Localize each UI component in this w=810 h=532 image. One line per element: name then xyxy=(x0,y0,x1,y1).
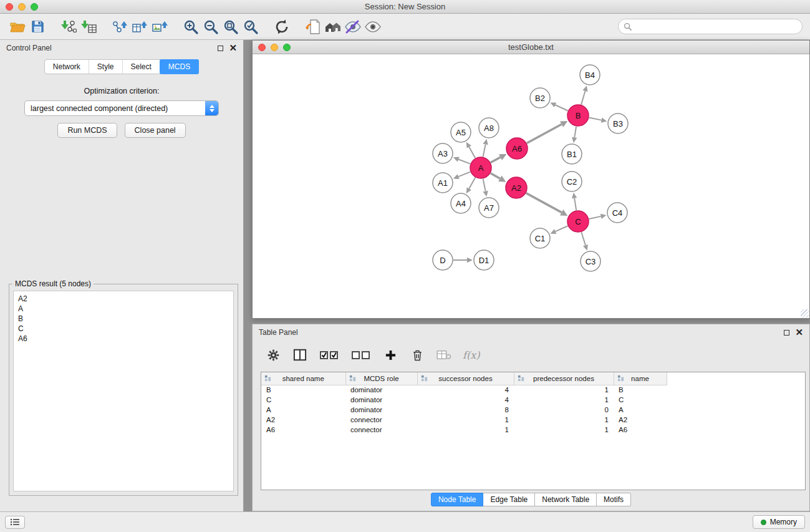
graph-edge[interactable] xyxy=(589,216,601,219)
table-cell[interactable]: 1 xyxy=(514,425,614,435)
float-panel-icon[interactable] xyxy=(218,46,223,51)
table-cell[interactable]: 0 xyxy=(514,405,614,415)
import-network-file-icon[interactable] xyxy=(59,17,79,37)
graph-edge[interactable] xyxy=(574,127,576,138)
window-titlebar[interactable]: Session: New Session xyxy=(0,0,810,14)
open-network-document-icon[interactable] xyxy=(303,17,323,37)
search-field[interactable] xyxy=(618,19,803,34)
deselect-all-icon[interactable] xyxy=(350,347,372,363)
network-overview-icon[interactable] xyxy=(323,17,343,37)
table-cell[interactable]: 4 xyxy=(417,395,514,405)
show-graphics-details-icon[interactable] xyxy=(363,17,383,37)
table-cell[interactable]: 1 xyxy=(514,415,614,425)
column-header-name[interactable]: name xyxy=(614,372,667,385)
table-cell[interactable]: 1 xyxy=(417,415,514,425)
graph-edge[interactable] xyxy=(491,173,500,179)
network-window-titlebar[interactable]: testGlobe.txt xyxy=(253,41,809,54)
table-cell[interactable]: A xyxy=(614,405,667,415)
graph-edge[interactable] xyxy=(458,172,470,177)
run-mcds-button[interactable]: Run MCDS xyxy=(57,123,117,138)
graph-edge[interactable] xyxy=(526,193,562,213)
select-all-icon[interactable] xyxy=(319,347,340,363)
zoom-in-icon[interactable] xyxy=(181,17,201,37)
column-header-predecessor-nodes[interactable]: predecessor nodes xyxy=(514,372,614,385)
table-row[interactable]: Cdominator41C xyxy=(261,395,667,405)
zoom-fit-icon[interactable] xyxy=(221,17,241,37)
close-panel-x-icon[interactable]: ✕ xyxy=(229,45,237,51)
open-session-icon[interactable] xyxy=(7,17,27,37)
table-cell[interactable]: C xyxy=(614,395,667,405)
column-header-shared-name[interactable]: shared name xyxy=(261,372,345,385)
column-header-MCDS-role[interactable]: MCDS role xyxy=(345,372,417,385)
mcds-result-item[interactable]: A2 xyxy=(18,294,229,304)
graph-edge[interactable] xyxy=(574,198,576,211)
graph-edge[interactable] xyxy=(589,118,602,120)
mcds-result-item[interactable]: A xyxy=(18,304,229,314)
mcds-result-item[interactable]: B xyxy=(18,314,229,324)
table-cell[interactable]: dominator xyxy=(345,385,417,395)
table-cell[interactable]: connector xyxy=(345,415,417,425)
table-cell[interactable]: A xyxy=(261,405,345,415)
delete-row-icon[interactable] xyxy=(409,347,425,363)
export-network-icon[interactable] xyxy=(110,17,130,37)
graph-edge[interactable] xyxy=(483,144,486,157)
tab-mcds[interactable]: MCDS xyxy=(160,59,199,74)
graph-edge[interactable] xyxy=(491,157,501,162)
float-table-panel-icon[interactable] xyxy=(784,330,789,336)
import-table-file-icon[interactable] xyxy=(79,17,99,37)
table-cell[interactable]: A6 xyxy=(261,425,345,435)
resize-grip[interactable] xyxy=(801,309,809,317)
table-cell[interactable]: dominator xyxy=(345,405,417,415)
apply-preferred-layout-icon[interactable] xyxy=(272,17,292,37)
add-column-icon[interactable] xyxy=(292,347,308,363)
criterion-dropdown[interactable]: largest connected component (directed) xyxy=(24,100,219,116)
table-cell[interactable]: B xyxy=(614,385,667,395)
table-cell[interactable]: 1 xyxy=(514,395,614,405)
graph-edge[interactable] xyxy=(527,124,562,143)
table-cell[interactable]: 1 xyxy=(514,385,614,395)
graph-edge[interactable] xyxy=(581,91,585,105)
search-input[interactable] xyxy=(635,22,797,31)
graph-edge[interactable] xyxy=(581,232,586,245)
export-image-icon[interactable] xyxy=(150,17,170,37)
table-row[interactable]: Adominator80A xyxy=(261,405,667,415)
graph-edge[interactable] xyxy=(483,179,486,191)
table-cell[interactable]: A6 xyxy=(614,425,667,435)
export-table-icon[interactable] xyxy=(130,17,150,37)
table-cell[interactable]: A2 xyxy=(614,415,667,425)
delete-table-icon[interactable] xyxy=(436,347,452,363)
zoom-out-icon[interactable] xyxy=(201,17,221,37)
node-table-container[interactable]: shared nameMCDS rolesuccessor nodesprede… xyxy=(261,372,806,490)
table-cell[interactable]: 4 xyxy=(417,385,514,395)
table-cell[interactable]: 8 xyxy=(417,405,514,415)
function-builder-icon[interactable]: f(x) xyxy=(463,349,480,361)
graph-edge[interactable] xyxy=(469,147,475,158)
table-cell[interactable]: C xyxy=(261,395,345,405)
graph-edge[interactable] xyxy=(458,160,470,164)
graph-edge[interactable] xyxy=(556,226,568,231)
column-header-successor-nodes[interactable]: successor nodes xyxy=(417,372,514,385)
table-row[interactable]: A6connector11A6 xyxy=(261,425,667,435)
table-cell[interactable]: dominator xyxy=(345,395,417,405)
save-session-icon[interactable] xyxy=(27,17,47,37)
tab-node-table[interactable]: Node Table xyxy=(431,493,484,506)
mcds-result-list[interactable]: A2ABCA6 xyxy=(13,291,234,491)
table-cell[interactable]: B xyxy=(261,385,345,395)
table-settings-icon[interactable] xyxy=(265,347,281,363)
add-row-icon[interactable] xyxy=(382,347,398,363)
table-cell[interactable]: A2 xyxy=(261,415,345,425)
close-table-panel-x-icon[interactable]: ✕ xyxy=(795,329,803,336)
mcds-result-item[interactable]: C xyxy=(18,324,229,334)
table-cell[interactable]: 1 xyxy=(417,425,514,435)
tab-network[interactable]: Network xyxy=(45,60,89,74)
graph-edge[interactable] xyxy=(469,178,475,189)
memory-button[interactable]: Memory xyxy=(753,515,805,529)
table-row[interactable]: Bdominator41B xyxy=(261,385,667,395)
tab-motifs[interactable]: Motifs xyxy=(597,493,631,506)
hide-graphics-details-icon[interactable] xyxy=(343,17,363,37)
network-canvas[interactable]: AA1A2A3A4A5A6A7A8BB1B2B3B4CC1C2C3C4DD1 xyxy=(253,54,809,318)
mcds-result-item[interactable]: A6 xyxy=(18,334,229,344)
tab-select[interactable]: Select xyxy=(123,60,160,74)
task-history-button[interactable] xyxy=(5,516,25,529)
tab-network-table[interactable]: Network Table xyxy=(535,493,597,506)
